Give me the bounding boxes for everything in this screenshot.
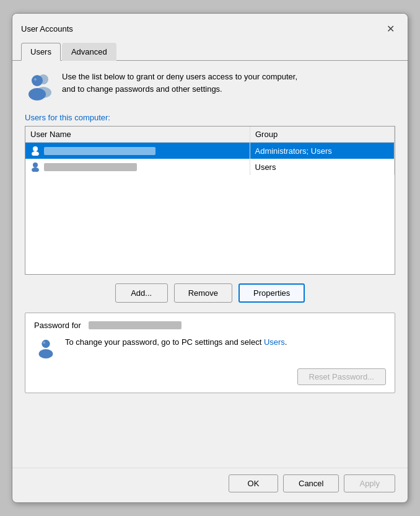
cancel-button[interactable]: Cancel — [283, 474, 339, 492]
tab-users[interactable]: Users — [21, 43, 61, 61]
password-info-text: To change your password, go to PC settin… — [65, 336, 287, 349]
col-username: User Name — [25, 127, 250, 143]
tab-bar: Users Advanced — [12, 37, 408, 61]
reset-btn-row: Reset Password... — [34, 368, 386, 385]
table-header-row: User Name Group — [25, 127, 395, 143]
svg-point-11 — [43, 342, 45, 344]
password-icon — [34, 336, 59, 361]
user-table: User Name Group Administrators; UsersUse… — [25, 127, 395, 175]
svg-point-7 — [33, 162, 38, 167]
close-button[interactable]: ✕ — [382, 20, 399, 37]
reset-password-button: Reset Password... — [297, 368, 387, 385]
table-row[interactable]: Users — [25, 159, 395, 175]
svg-point-3 — [28, 88, 46, 100]
col-group: Group — [250, 127, 395, 143]
svg-point-9 — [42, 340, 50, 348]
main-content: Use the list below to grant or deny user… — [12, 61, 408, 468]
user-accounts-dialog: User Accounts ✕ Users Advanced — [12, 13, 408, 503]
ok-button[interactable]: OK — [229, 474, 278, 492]
user-table-container: User Name Group Administrators; UsersUse… — [25, 126, 395, 275]
user-name-cell — [25, 143, 250, 159]
users-section-label: Users for this computer: — [25, 113, 395, 122]
info-section: Use the list below to grant or deny user… — [25, 71, 395, 100]
info-text: Use the list below to grant or deny user… — [62, 71, 297, 95]
apply-button[interactable]: Apply — [344, 474, 395, 492]
users-icon — [25, 71, 55, 100]
table-row[interactable]: Administrators; Users — [25, 143, 395, 159]
user-name-cell — [25, 159, 250, 175]
properties-button[interactable]: Properties — [238, 283, 305, 303]
user-group-cell: Administrators; Users — [250, 143, 395, 159]
svg-point-6 — [32, 151, 39, 156]
svg-point-5 — [33, 146, 38, 151]
password-section: Password for To change your password, go… — [25, 313, 395, 393]
password-label: Password for — [34, 321, 386, 330]
bottom-buttons: OK Cancel Apply — [12, 468, 408, 502]
svg-point-10 — [39, 349, 53, 358]
remove-button[interactable]: Remove — [174, 283, 232, 303]
svg-point-4 — [34, 78, 37, 81]
user-group-cell: Users — [250, 159, 395, 175]
svg-point-2 — [32, 75, 43, 86]
users-link[interactable]: Users — [264, 337, 285, 347]
password-info: To change your password, go to PC settin… — [34, 336, 386, 361]
title-bar: User Accounts ✕ — [12, 14, 408, 37]
svg-point-8 — [32, 167, 39, 172]
window-title: User Accounts — [21, 24, 73, 33]
add-button[interactable]: Add... — [115, 283, 168, 303]
action-buttons: Add... Remove Properties — [25, 283, 395, 303]
tab-advanced[interactable]: Advanced — [62, 43, 116, 61]
